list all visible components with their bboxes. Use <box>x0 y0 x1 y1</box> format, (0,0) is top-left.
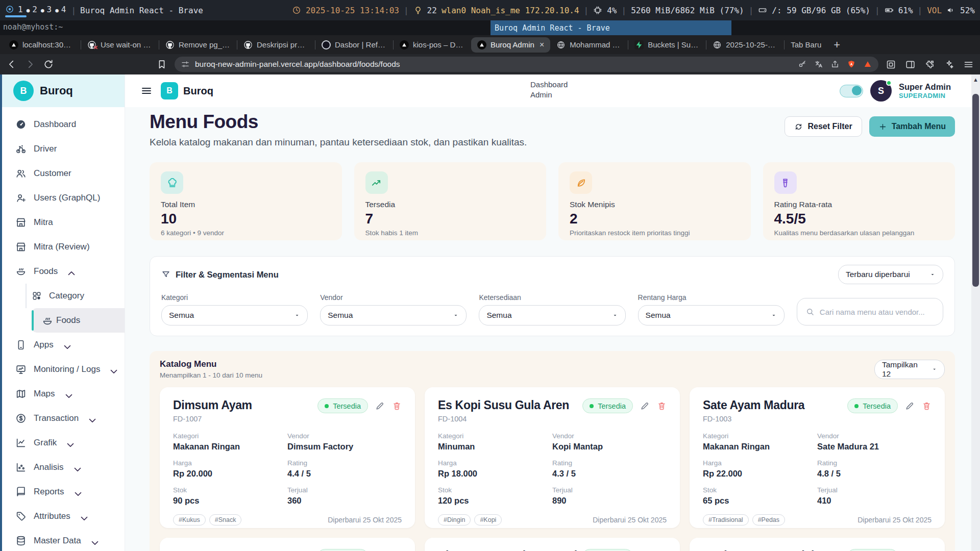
sort-select[interactable]: Terbaru diperbarui <box>838 265 943 284</box>
delete-trash-icon[interactable] <box>392 401 402 411</box>
browser-tab-kios-pos-deplo[interactable]: kios-pos – Deplo <box>394 37 471 53</box>
sidebar-item-label: Analisis <box>34 462 64 472</box>
statusbar-window-title: Buroq Admin React - Brave <box>80 6 203 15</box>
stat-card-total-item: Total Item106 kategori • 9 vendor <box>150 162 342 240</box>
scrollbar-up-arrow[interactable]: ▲ <box>971 74 980 85</box>
screenshot-frame-icon[interactable] <box>886 59 896 70</box>
sidebar-item-users-graphql-[interactable]: Users (GraphQL) <box>2 186 125 210</box>
search-input[interactable] <box>820 308 935 316</box>
caret-icon <box>294 312 300 318</box>
filter-card: Filter & Segmentasi Menu Terbaru diperba… <box>150 256 955 336</box>
menu-card-fd-1001: Nasi Goreng SpesialFD-1001TersediaKatego… <box>690 538 945 551</box>
scrollbar-thumb[interactable] <box>972 94 979 287</box>
menu-card-fd-1007: Dimsum AyamFD-1007TersediaKategoriMakana… <box>160 387 415 528</box>
sidebar-item-analisis[interactable]: Analisis <box>2 455 125 480</box>
new-tab-button[interactable]: + <box>827 37 846 53</box>
edit-pencil-icon[interactable] <box>905 401 915 411</box>
battery-icon <box>885 6 894 15</box>
search-box[interactable] <box>797 298 943 325</box>
field-value: 890 <box>552 496 667 506</box>
sidebar-item-customer[interactable]: Customer <box>2 161 125 186</box>
share-icon[interactable] <box>830 60 840 69</box>
site-settings-icon[interactable] <box>181 60 190 69</box>
edit-pencil-icon[interactable] <box>640 401 650 411</box>
page-size-select[interactable]: Tampilkan 12 <box>874 360 945 379</box>
url-text[interactable]: buroq-new-admin-panel.vercel.app/dashboa… <box>195 60 793 69</box>
url-bar[interactable]: buroq-new-admin-panel.vercel.app/dashboa… <box>175 57 878 72</box>
sidebar-item-attributes[interactable]: Attributes <box>2 504 125 529</box>
delete-trash-icon[interactable] <box>657 401 667 411</box>
browser-tab-dasbor-refine[interactable]: Dasbor | Refine <box>315 37 393 53</box>
sidebar-item-apps[interactable]: Apps <box>2 333 125 357</box>
field-value: Makanan Ringan <box>703 442 817 452</box>
sidebar-item-label: Reports <box>34 487 64 497</box>
browser-tab-mohammad-noo[interactable]: Mohammad Noo <box>550 37 628 53</box>
sidebar-panel-icon[interactable] <box>905 59 916 70</box>
password-key-icon[interactable] <box>798 60 807 69</box>
reload-button[interactable] <box>43 59 54 70</box>
filter-select-ketersediaan[interactable]: Semua <box>479 305 625 325</box>
menu-code: FD-1007 <box>173 415 252 423</box>
forward-button[interactable] <box>24 59 36 70</box>
brave-shield-icon[interactable] <box>847 60 856 69</box>
add-menu-label: Tambah Menu <box>892 122 946 131</box>
grid-icon <box>32 291 42 301</box>
browser-tab-2025-10-25-13-0[interactable]: 2025-10-25-13:0 <box>706 37 784 53</box>
delete-trash-icon[interactable] <box>922 401 932 411</box>
sidebar-item-foods[interactable]: Foods <box>2 259 125 284</box>
translate-icon[interactable] <box>814 60 823 69</box>
workspace-2[interactable]: 2 <box>32 5 37 14</box>
browser-tab-buroq-admin[interactable]: Buroq Admin× <box>471 37 550 53</box>
browser-tab-deskripsi-proyek[interactable]: Deskripsi proyek <box>237 37 315 53</box>
browser-scrollbar[interactable]: ▲ <box>971 74 980 551</box>
caret-icon <box>929 271 936 278</box>
sidebar-item-grafik[interactable]: Grafik <box>2 431 125 455</box>
sidebar-item-maps[interactable]: Maps <box>2 382 125 406</box>
sidebar-item-transaction[interactable]: Transaction <box>2 406 125 431</box>
sidebar-item-master-data[interactable]: Master Data <box>2 529 125 551</box>
volume-label: VOL <box>927 6 942 15</box>
sidebar-item-driver[interactable]: Driver <box>2 137 125 161</box>
sidebar-item-foods[interactable]: Foods <box>32 308 125 333</box>
brave-rewards-icon[interactable] <box>863 60 872 69</box>
sidebar-item-mitra-review-[interactable]: Mitra (Review) <box>2 235 125 259</box>
sidebar-item-mitra[interactable]: Mitra <box>2 210 125 235</box>
browser-tab-buckets-supab[interactable]: Buckets | Supab <box>628 37 706 53</box>
sidebar-item-category[interactable]: Category <box>2 284 125 308</box>
browser-tab-use-wait-on-for-p[interactable]: ✕Use wait-on for P <box>81 37 159 53</box>
add-menu-button[interactable]: Tambah Menu <box>869 116 955 137</box>
menu-field-kategori: KategoriMakanan Ringan <box>173 432 287 452</box>
hamburger-icon[interactable] <box>140 85 153 97</box>
field-label: Vendor <box>287 432 402 440</box>
workspace-4[interactable]: 4 <box>61 5 66 14</box>
sidebar-item-dashboard[interactable]: Dashboard <box>2 112 125 137</box>
field-value: Kopi Mantap <box>552 442 667 452</box>
avatar[interactable]: S <box>870 80 892 102</box>
sidebar-item-label: Mitra (Review) <box>34 242 90 252</box>
browser-tab-remove-pg-isrea[interactable]: Remove pg_isrea <box>159 37 237 53</box>
customize-sparkle-icon[interactable] <box>944 59 954 70</box>
browser-tab-tab-baru[interactable]: Tab Baru <box>785 37 827 53</box>
status-label: Tersedia <box>333 402 361 410</box>
filter-select-rentang-harga[interactable]: Semua <box>638 305 785 325</box>
sidebar-item-reports[interactable]: Reports <box>2 480 125 504</box>
sidebar-brand[interactable]: B Buroq <box>2 74 125 107</box>
reset-filter-button[interactable]: Reset Filter <box>785 116 862 137</box>
field-value: Rp 20.000 <box>173 469 287 479</box>
menu-name: Sate Ayam Madura <box>703 398 804 412</box>
back-button[interactable] <box>6 59 17 70</box>
filter-select-vendor[interactable]: Semua <box>320 305 467 325</box>
page-title: Menu Foods <box>150 111 527 133</box>
bookmark-icon[interactable] <box>156 59 167 70</box>
theme-toggle[interactable] <box>840 85 863 97</box>
extensions-icon[interactable] <box>924 59 935 70</box>
edit-pencil-icon[interactable] <box>375 401 385 411</box>
workspace-3[interactable]: 3 <box>47 5 52 14</box>
filter-select-kategori[interactable]: Semua <box>161 305 308 325</box>
workspace-1[interactable]: 1 <box>18 5 23 14</box>
tab-close-button[interactable]: × <box>540 40 544 49</box>
browser-menu-icon[interactable] <box>963 59 974 70</box>
workspace-switcher[interactable]: 1●2●3●4 <box>5 5 67 16</box>
browser-tab-localhost-3000-s[interactable]: localhost:3000/s <box>3 37 81 53</box>
sidebar-item-monitoring-logs[interactable]: Monitoring / Logs <box>2 357 125 382</box>
